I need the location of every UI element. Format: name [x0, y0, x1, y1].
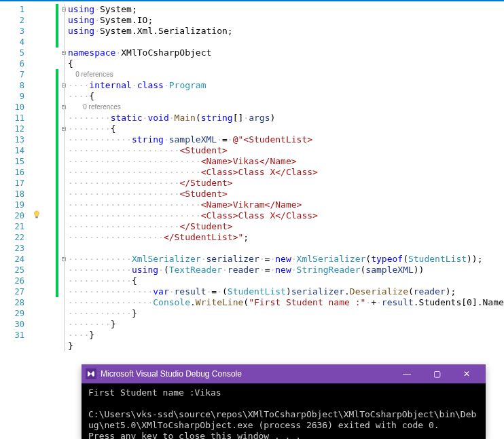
code-line [68, 37, 504, 47]
line-number: 7 [0, 69, 31, 80]
line-number: 1 [0, 4, 31, 15]
code-line: ············using·(TextReader·reader·=·n… [68, 265, 504, 275]
code-line: ·····················<Student> [68, 189, 504, 199]
code-line: ················Console.WriteLine("First… [68, 297, 504, 308]
line-number: 4 [0, 37, 31, 47]
codelens[interactable]: 0 references [68, 69, 504, 80]
line-number: 27 [0, 286, 31, 297]
svg-rect-0 [35, 216, 38, 218]
line-number: 19 [0, 199, 31, 210]
code-line: ·························<Name>Vikas</Na… [68, 156, 504, 167]
debug-console-window[interactable]: Microsoft Visual Studio Debug Console — … [82, 364, 486, 439]
minimize-button[interactable]: — [392, 364, 422, 383]
close-button[interactable]: ✕ [452, 364, 482, 383]
line-number: 23 [0, 243, 31, 254]
line-number: 24 [0, 254, 31, 265]
code-line: ·····················<Student> [68, 145, 504, 156]
code-line: } [68, 341, 504, 351]
code-line: ············{ [68, 275, 504, 286]
code-line: { [68, 58, 504, 69]
line-number: 18 [0, 189, 31, 199]
line-number: 13 [0, 134, 31, 145]
line-number-gutter: 1 2 3 4 5 6 7 8 9 10 11 12 13 14 15 16 1… [0, 1, 31, 439]
code-line [68, 243, 504, 254]
line-number: 10 [0, 102, 31, 113]
line-number: 29 [0, 308, 31, 319]
code-line: ········static·void·Main(string[]·args) [68, 113, 504, 123]
codelens[interactable]: 0 references [68, 102, 504, 113]
code-line: ····internal·class·Program [68, 80, 504, 91]
code-line: ········} [68, 319, 504, 330]
code-line: using·System.Xml.Serialization; [68, 26, 504, 37]
code-line: namespace·XMlToCsharpObject [68, 47, 504, 58]
code-line: ·····················</Student> [68, 178, 504, 189]
code-line: ·························<Class>Class X<… [68, 167, 504, 178]
line-number: 3 [0, 26, 31, 37]
code-line [68, 351, 504, 362]
line-number: 15 [0, 156, 31, 167]
line-number: 14 [0, 145, 31, 156]
code-line: ·························<Class>Class X<… [68, 210, 504, 221]
line-number: 22 [0, 232, 31, 243]
line-number: 26 [0, 275, 31, 286]
line-number: 6 [0, 58, 31, 69]
code-line: ················var·result·=·(StudentLis… [68, 286, 504, 297]
titlebar[interactable]: Microsoft Visual Studio Debug Console — … [82, 364, 486, 383]
maximize-button[interactable]: ▢ [422, 364, 452, 383]
change-marker [56, 69, 58, 297]
code-area[interactable]: using·System; using·System.IO; using·Sys… [68, 4, 504, 362]
code-line: using·System.IO; [68, 15, 504, 26]
line-number: 8 [0, 80, 31, 91]
line-number: 28 [0, 297, 31, 308]
line-number: 25 [0, 265, 31, 275]
change-marker [56, 4, 58, 47]
code-line: ············XmlSerializer·serializer·=·n… [68, 254, 504, 265]
code-line: ··················</StudentList>"; [68, 232, 504, 243]
lightbulb-icon[interactable] [32, 210, 41, 220]
outline-line [64, 4, 65, 351]
code-line: ············string·sampleXML·=·@"<Studen… [68, 134, 504, 145]
line-number: 31 [0, 330, 31, 341]
console-output[interactable]: First Student name :Vikas C:\Users\vks-s… [82, 383, 486, 439]
code-line: ·····················</Student> [68, 221, 504, 232]
line-number: 16 [0, 167, 31, 178]
line-number: 12 [0, 123, 31, 134]
code-line: ····{ [68, 91, 504, 102]
code-line: ············} [68, 308, 504, 319]
line-number: 11 [0, 113, 31, 123]
code-line: using·System; [68, 4, 504, 15]
line-number: 30 [0, 319, 31, 330]
code-editor[interactable]: 1 2 3 4 5 6 7 8 9 10 11 12 13 14 15 16 1… [0, 0, 504, 439]
line-number: 17 [0, 178, 31, 189]
code-line: ········{ [68, 123, 504, 134]
line-number: 5 [0, 47, 31, 58]
line-number: 9 [0, 91, 31, 102]
line-number: 21 [0, 221, 31, 232]
line-number: 2 [0, 15, 31, 26]
vs-icon [86, 368, 96, 379]
code-line: ·························<Name>Vikram</N… [68, 199, 504, 210]
line-number: 20 [0, 210, 31, 221]
console-title-text: Microsoft Visual Studio Debug Console [101, 369, 242, 379]
code-line: ····} [68, 330, 504, 341]
